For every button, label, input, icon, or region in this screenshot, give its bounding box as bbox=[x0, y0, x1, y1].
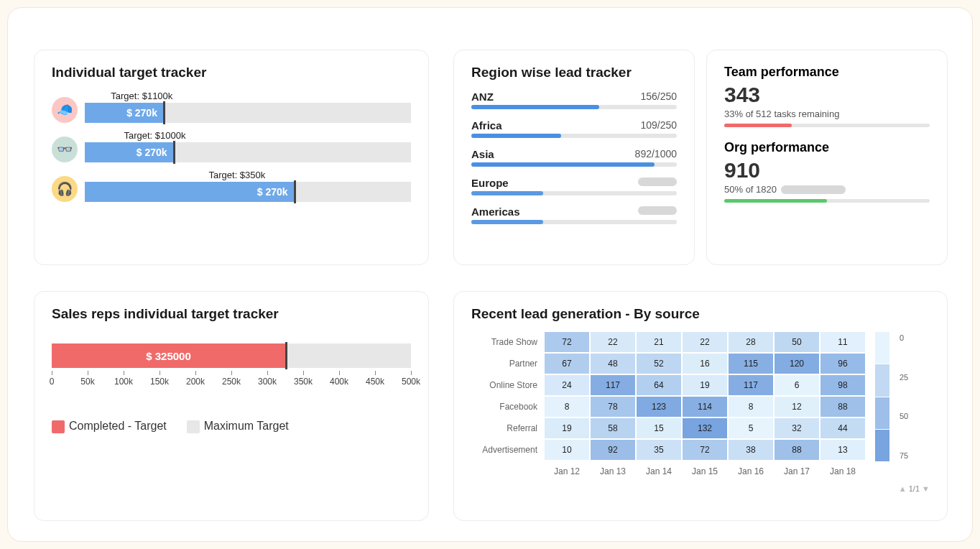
heatmap-cell[interactable]: 19 bbox=[545, 418, 589, 438]
heatmap-cell[interactable]: 13 bbox=[820, 440, 865, 460]
heatmap-cell[interactable]: 58 bbox=[591, 418, 635, 438]
heatmap-cell[interactable]: 38 bbox=[729, 440, 773, 460]
heatmap-cell[interactable]: 72 bbox=[545, 332, 589, 352]
target-row: 👓Target: $1000k$ 270k bbox=[52, 130, 411, 162]
heatmap-cell[interactable]: 10 bbox=[545, 440, 589, 460]
heatmap-cell[interactable]: 44 bbox=[820, 418, 865, 438]
heatmap-cell[interactable]: 22 bbox=[591, 332, 635, 352]
heatmap-cell[interactable]: 50 bbox=[775, 332, 819, 352]
heatmap-cell[interactable]: 16 bbox=[683, 354, 727, 374]
heatmap-cell[interactable]: 21 bbox=[637, 332, 681, 352]
heatmap-cell[interactable]: 120 bbox=[775, 354, 819, 374]
legend-label-completed: Completed - Target bbox=[69, 420, 167, 432]
heatmap-cell[interactable]: 22 bbox=[683, 332, 727, 352]
card-region-tracker: Region wise lead tracker ANZ156/250Afric… bbox=[453, 50, 695, 265]
team-perf-value: 343 bbox=[724, 83, 930, 107]
heatmap-scale-label: 25 bbox=[900, 373, 908, 382]
progress-track: $ 270k bbox=[85, 103, 411, 123]
sales-tick-mark bbox=[285, 342, 287, 369]
heatmap-legend-bar bbox=[875, 332, 889, 461]
org-performance: Org performance 910 50% of 1820 bbox=[724, 140, 930, 203]
page-indicator: 1/1 bbox=[909, 484, 920, 493]
next-page-icon[interactable]: ▼ bbox=[922, 484, 930, 493]
prev-page-icon[interactable]: ▲ bbox=[899, 484, 907, 493]
progress-fill: $ 270k bbox=[85, 103, 163, 123]
heatmap-scale-label: 50 bbox=[900, 412, 908, 420]
legend-max: Maximum Target bbox=[187, 420, 289, 433]
heatmap-cell[interactable]: 6 bbox=[775, 375, 819, 395]
region-count bbox=[638, 206, 677, 218]
heatmap-cell[interactable]: 24 bbox=[545, 375, 589, 395]
heatmap-cell[interactable]: 5 bbox=[729, 418, 773, 438]
heatmap-cell[interactable]: 64 bbox=[637, 375, 681, 395]
heatmap-cell[interactable]: 78 bbox=[591, 397, 635, 417]
heatmap-row-label: Facebook bbox=[471, 397, 543, 417]
heatmap-cell[interactable]: 92 bbox=[591, 440, 635, 460]
card-individual-tracker: Individual target tracker 🧢Target: $1100… bbox=[34, 50, 429, 265]
region-row: ANZ156/250 bbox=[471, 91, 677, 109]
sales-track: $ 325000 bbox=[52, 343, 411, 368]
progress-fill: $ 270k bbox=[85, 142, 173, 162]
sales-fill: $ 325000 bbox=[52, 343, 285, 368]
heatmap-cell[interactable]: 123 bbox=[637, 397, 681, 417]
progress-fill: $ 270k bbox=[85, 182, 294, 202]
sales-axis: 050k100k150k200k250k300k350k400k450k500k bbox=[52, 371, 411, 391]
heatmap-col-label: Jan 14 bbox=[637, 461, 681, 481]
region-track bbox=[471, 134, 677, 138]
heatmap-scale-label: 75 bbox=[900, 451, 908, 460]
region-name: Africa bbox=[471, 119, 502, 132]
heatmap-cell[interactable]: 8 bbox=[729, 397, 773, 417]
heatmap-wrap: Trade Show72222122285011Partner674852161… bbox=[471, 332, 930, 481]
heatmap-cell[interactable]: 67 bbox=[545, 354, 589, 374]
heatmap-cell[interactable]: 88 bbox=[820, 397, 865, 417]
heatmap-cell[interactable]: 19 bbox=[683, 375, 727, 395]
heatmap-cell[interactable]: 8 bbox=[545, 397, 589, 417]
region-fill bbox=[471, 191, 543, 195]
heatmap-cell[interactable]: 28 bbox=[729, 332, 773, 352]
card-heatmap: Recent lead generation - By source Trade… bbox=[453, 291, 948, 521]
heatmap-cell[interactable]: 114 bbox=[683, 397, 727, 417]
heatmap-cell[interactable]: 15 bbox=[637, 418, 681, 438]
heatmap-cell[interactable]: 12 bbox=[775, 397, 819, 417]
heatmap-cell[interactable]: 48 bbox=[591, 354, 635, 374]
heatmap-cell[interactable]: 117 bbox=[729, 375, 773, 395]
region-name: Asia bbox=[471, 148, 494, 160]
target-label: Target: $1000k bbox=[85, 130, 411, 141]
heatmap-row-label: Partner bbox=[471, 354, 543, 374]
target-row: 🧢Target: $1100k$ 270k bbox=[52, 91, 411, 123]
progress-track: $ 270k bbox=[85, 182, 411, 202]
heatmap-cell[interactable]: 52 bbox=[637, 354, 681, 374]
heatmap-cell[interactable]: 72 bbox=[683, 440, 727, 460]
heatmap-scale-label: 0 bbox=[900, 333, 908, 342]
heatmap-cell[interactable]: 96 bbox=[820, 354, 865, 374]
axis-tick-label: 500k bbox=[402, 377, 420, 387]
heatmap-cell[interactable]: 117 bbox=[591, 375, 635, 395]
avatar: 🎧 bbox=[52, 176, 78, 202]
heatmap-grid: Trade Show72222122285011Partner674852161… bbox=[471, 332, 865, 481]
heatmap-cell[interactable]: 88 bbox=[775, 440, 819, 460]
axis-tick-label: 50k bbox=[80, 377, 94, 387]
region-name: Europe bbox=[471, 177, 509, 189]
axis-tick-label: 450k bbox=[366, 377, 384, 387]
region-track bbox=[471, 162, 677, 167]
card-performance: Team performance 343 33% of 512 tasks re… bbox=[706, 50, 948, 265]
individual-tracker-body: 🧢Target: $1100k$ 270k👓Target: $1000k$ 27… bbox=[52, 91, 411, 202]
heatmap-cell[interactable]: 132 bbox=[683, 418, 727, 438]
axis-tick-label: 400k bbox=[330, 377, 348, 387]
axis-tick-label: 100k bbox=[114, 377, 133, 387]
heatmap-cell[interactable]: 98 bbox=[820, 375, 865, 395]
heatmap-pager[interactable]: ▲ 1/1 ▼ bbox=[471, 484, 930, 493]
heatmap-cell[interactable]: 32 bbox=[775, 418, 819, 438]
axis-tick-label: 200k bbox=[186, 377, 205, 387]
sales-legend: Completed - Target Maximum Target bbox=[52, 420, 411, 433]
team-perf-subtitle: 33% of 512 tasks remaining bbox=[724, 109, 930, 119]
heatmap-cell[interactable]: 115 bbox=[729, 354, 773, 374]
region-row: Americas bbox=[471, 206, 677, 224]
heatmap-col-label: Jan 17 bbox=[775, 461, 819, 481]
heatmap-cell[interactable]: 35 bbox=[637, 440, 681, 460]
heatmap-col-label: Jan 18 bbox=[820, 461, 865, 481]
axis-tick-label: 150k bbox=[150, 377, 169, 387]
target-row: 🎧Target: $350k$ 270k bbox=[52, 170, 411, 202]
team-performance: Team performance 343 33% of 512 tasks re… bbox=[724, 65, 930, 127]
heatmap-cell[interactable]: 11 bbox=[820, 332, 865, 352]
